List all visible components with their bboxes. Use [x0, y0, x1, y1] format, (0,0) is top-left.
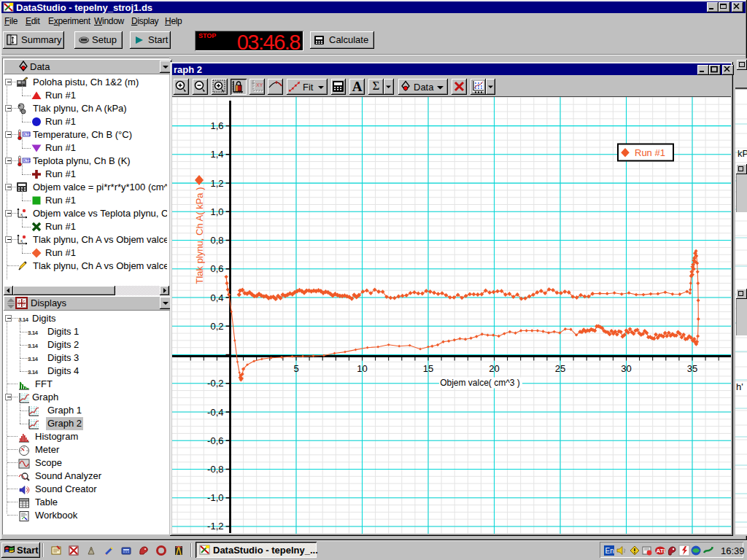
svg-text:1,2: 1,2	[210, 178, 223, 189]
svg-text:-1,0: -1,0	[207, 492, 223, 503]
svg-text:0,8: 0,8	[210, 235, 223, 246]
svg-text:XY: XY	[256, 82, 263, 88]
svg-text:5: 5	[293, 363, 298, 374]
svg-text:3.14: 3.14	[28, 330, 39, 336]
svg-text:1,4: 1,4	[210, 149, 223, 160]
svg-text:35: 35	[687, 363, 697, 374]
svg-text:0,4: 0,4	[210, 292, 223, 303]
svg-text:kP: kP	[738, 148, 747, 159]
svg-text:1,0: 1,0	[210, 206, 223, 217]
svg-text:Data: Data	[414, 82, 434, 93]
svg-text:3.14: 3.14	[28, 369, 39, 376]
svg-text:15: 15	[423, 363, 433, 374]
svg-text:-0,4: -0,4	[207, 407, 223, 418]
svg-text:-0,6: -0,6	[207, 435, 223, 446]
svg-text:20: 20	[489, 363, 499, 374]
svg-text:Run #1: Run #1	[635, 147, 665, 158]
svg-text:-0,2: -0,2	[207, 378, 223, 389]
svg-text:1,6: 1,6	[210, 120, 223, 131]
svg-text:ATI: ATI	[657, 548, 665, 554]
svg-text:KTD: KTD	[23, 158, 31, 163]
svg-text:3.14: 3.14	[28, 356, 39, 362]
svg-text:Tlak plynu, Ch A( kPa ): Tlak plynu, Ch A( kPa )	[194, 187, 205, 284]
svg-text:-1,2: -1,2	[207, 521, 223, 532]
svg-text:25: 25	[555, 363, 565, 374]
svg-text:0,6: 0,6	[210, 263, 223, 274]
svg-text:En: En	[605, 547, 614, 555]
svg-text:KTD: KTD	[23, 132, 31, 136]
svg-text:10: 10	[357, 363, 367, 374]
svg-text:Fit: Fit	[303, 82, 314, 93]
svg-text:30: 30	[621, 363, 631, 374]
svg-text:0,2: 0,2	[210, 321, 223, 332]
svg-text:Objem valce( cm^3 ): Objem valce( cm^3 )	[440, 378, 520, 388]
svg-text:h': h'	[736, 381, 743, 392]
svg-text:3.14: 3.14	[28, 343, 39, 349]
svg-text:-0,8: -0,8	[207, 464, 223, 475]
